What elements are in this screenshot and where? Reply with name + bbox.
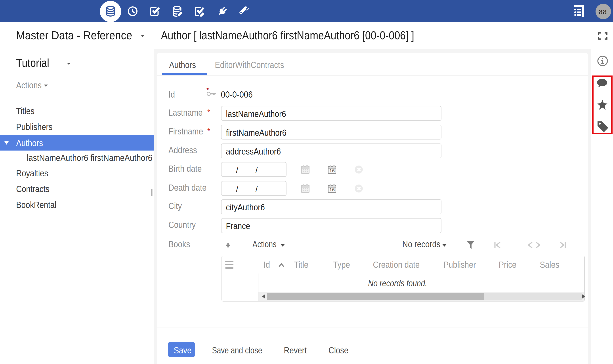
svg-text:*: * (207, 88, 209, 93)
svg-text:16: 16 (329, 187, 335, 193)
svg-text:16: 16 (329, 168, 335, 173)
